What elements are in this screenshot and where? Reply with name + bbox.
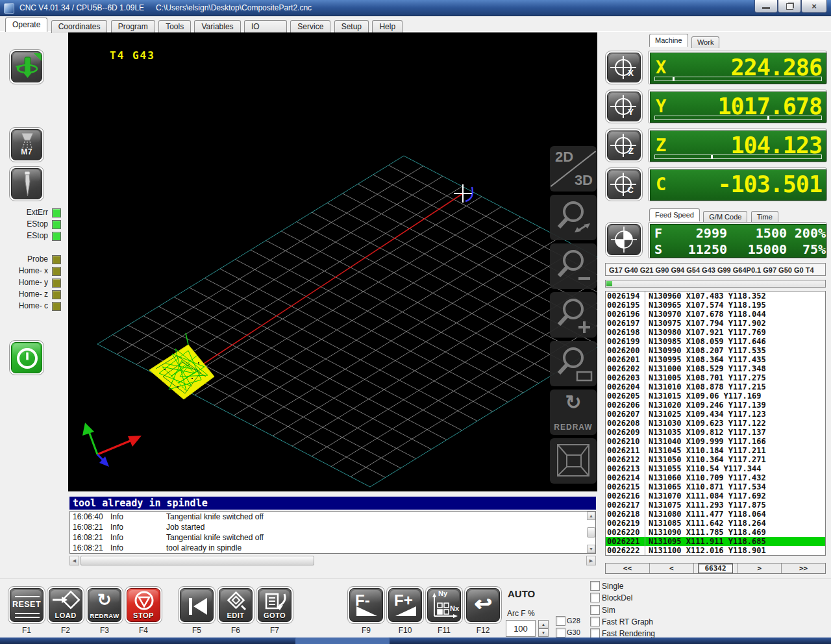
restore-button[interactable]: [778, 0, 801, 13]
gcode-row[interactable]: 0026204N131010 X108.878 Y117.215: [606, 382, 825, 391]
gcode-row[interactable]: 0026210N131040 X109.999 Y117.166: [606, 437, 825, 446]
page-next-button[interactable]: >: [738, 564, 782, 573]
gcode-row[interactable]: 0026195N130965 X107.574 Y118.195: [606, 301, 825, 310]
close-button[interactable]: ×: [801, 0, 827, 13]
gcode-row[interactable]: 0026205N131015 X109.06 Y117.169: [606, 391, 825, 401]
gcode-row[interactable]: 0026208N131030 X109.623 Y117.122: [606, 419, 825, 428]
gcode-row[interactable]: 0026194N130960 X107.483 Y118.352: [606, 291, 825, 301]
gcode-row[interactable]: 0026214N131060 X110.709 Y117.432: [606, 473, 825, 482]
tab-setup[interactable]: Setup: [334, 20, 369, 33]
gcode-row[interactable]: 0026206N131020 X109.246 Y117.139: [606, 401, 825, 410]
single-checkbox[interactable]: [590, 581, 600, 591]
page-first-button[interactable]: <<: [606, 564, 650, 573]
gcode-row[interactable]: 0026200N130990 X108.207 Y117.535: [606, 346, 825, 355]
toolpath-3d-view[interactable]: T4 G43 2D 3D: [68, 32, 597, 491]
gcode-row[interactable]: 0026217N131075 X111.293 Y117.875: [606, 501, 825, 510]
goto-button[interactable]: GOTO: [256, 586, 293, 624]
log-hscroll-thumb[interactable]: [81, 556, 314, 565]
redraw-button[interactable]: ↻ REDRAW: [86, 586, 123, 624]
zoom-extents-button[interactable]: [550, 195, 597, 240]
feed-plus-button[interactable]: F+: [386, 586, 424, 624]
tab-gm-code[interactable]: G/M Code: [703, 211, 747, 223]
tab-tools[interactable]: Tools: [158, 20, 191, 33]
tab-program[interactable]: Program: [111, 20, 155, 33]
perspective-view-button[interactable]: [550, 438, 597, 484]
tab-time[interactable]: Time: [751, 211, 778, 223]
windows-taskbar[interactable]: [0, 638, 831, 644]
log-panel[interactable]: 16:06:40InfoTangential knife switched of…: [69, 511, 596, 554]
tab-io[interactable]: IO: [244, 20, 287, 33]
gcode-row[interactable]: 0026222N131100 X112.016 Y118.901: [606, 546, 825, 555]
gcode-row[interactable]: 0026213N131055 X110.54 Y117.344: [606, 464, 825, 473]
sim-checkbox[interactable]: [590, 605, 600, 615]
view-2d3d-button[interactable]: 2D 3D: [550, 146, 597, 192]
gcode-row[interactable]: 0026196N130970 X107.678 Y118.044: [606, 310, 825, 319]
tool-button[interactable]: [9, 166, 44, 201]
gcode-row[interactable]: 0026207N131025 X109.434 Y117.123: [606, 410, 825, 419]
fast-rt-graph-checkbox[interactable]: [590, 617, 600, 626]
gcode-row[interactable]: 0026212N131050 X110.364 Y117.271: [606, 455, 825, 464]
gcode-row[interactable]: 0026211N131045 X110.184 Y117.211: [606, 446, 825, 455]
spin-up[interactable]: ▲: [538, 620, 549, 628]
taskbar-app-button[interactable]: [295, 638, 390, 644]
gcode-row[interactable]: 0026209N131035 X109.812 Y117.137: [606, 428, 825, 437]
coolant-m7-button[interactable]: M7: [9, 127, 44, 162]
reset-button[interactable]: RESET: [8, 586, 45, 624]
titlebar[interactable]: CNC V4.01.34 / CPU5B--6D 1.09LE C:\Users…: [0, 0, 831, 16]
load-button[interactable]: LOAD: [47, 586, 84, 624]
tab-machine[interactable]: Machine: [649, 34, 688, 47]
gcode-row[interactable]: 0026202N131000 X108.529 Y117.348: [606, 364, 825, 373]
gcode-list[interactable]: 0026194N130960 X107.483 Y118.352 0026195…: [605, 291, 826, 556]
page-prev-button[interactable]: <: [650, 564, 694, 573]
tab-feed-speed[interactable]: Feed Speed: [649, 208, 700, 221]
gcode-row[interactable]: 0026199N130985 X108.059 Y117.646: [606, 337, 825, 346]
spindle-button[interactable]: [9, 49, 44, 84]
log-scroll-left[interactable]: ◀: [69, 556, 79, 565]
feed-reset-button[interactable]: [605, 222, 643, 257]
gcode-row[interactable]: 0026218N131080 X111.477 Y118.064: [606, 510, 825, 519]
log-scroll-thumb[interactable]: [587, 527, 595, 538]
gcode-row-current[interactable]: 0026221N131095 X111.911 Y118.685: [606, 537, 825, 546]
back-button[interactable]: ↩: [464, 586, 502, 624]
blockdel-checkbox[interactable]: [590, 593, 600, 602]
tab-variables[interactable]: Variables: [194, 20, 240, 33]
g30-checkbox[interactable]: [556, 628, 565, 638]
log-scroll-right[interactable]: ▶: [586, 556, 596, 565]
zoom-out-button[interactable]: [550, 243, 597, 289]
log-scroll-down[interactable]: ▼: [587, 545, 595, 553]
rewind-button[interactable]: [178, 586, 216, 624]
arc-f-input[interactable]: 100: [506, 620, 536, 637]
gcode-row[interactable]: 0026198N130980 X107.921 Y117.769: [606, 328, 825, 337]
g28-checkbox[interactable]: [556, 616, 565, 626]
tab-coordinates[interactable]: Coordinates: [51, 20, 108, 33]
gcode-row[interactable]: 0026197N130975 X107.794 Y117.902: [606, 319, 825, 328]
power-on-button[interactable]: [9, 340, 44, 375]
fast-rendering-checkbox[interactable]: [590, 628, 600, 638]
zero-c-button[interactable]: C: [605, 167, 643, 201]
redraw-view-button[interactable]: ↻ REDRAW: [550, 390, 597, 435]
zoom-window-button[interactable]: [550, 341, 597, 386]
zero-z-button[interactable]: Z: [605, 129, 643, 162]
nesting-button[interactable]: Ny Nx: [425, 586, 463, 624]
arc-f-spinner[interactable]: ▲ ▼: [538, 620, 549, 637]
gcode-row[interactable]: 0026219N131085 X111.642 Y118.264: [606, 519, 825, 528]
tab-help[interactable]: Help: [372, 20, 403, 33]
minimize-button[interactable]: [754, 0, 778, 13]
edit-button[interactable]: EDIT: [217, 586, 254, 624]
gcode-row[interactable]: 0026201N130995 X108.364 Y117.435: [606, 355, 825, 364]
spin-down[interactable]: ▼: [538, 628, 549, 637]
zoom-in-button[interactable]: [550, 292, 597, 338]
tab-service[interactable]: Service: [290, 20, 330, 33]
feed-minus-button[interactable]: F-: [347, 586, 385, 624]
gcode-row[interactable]: 0026215N131065 X110.871 Y117.534: [606, 482, 825, 491]
zero-x-button[interactable]: X: [605, 51, 643, 84]
gcode-row[interactable]: 0026203N131005 X108.701 Y117.275: [606, 373, 825, 382]
log-scroll-up[interactable]: ▲: [587, 512, 595, 520]
tab-work[interactable]: Work: [691, 36, 719, 48]
gcode-row[interactable]: 0026216N131070 X111.084 Y117.692: [606, 491, 825, 501]
gcode-row[interactable]: 0026220N131090 X111.785 Y118.469: [606, 528, 825, 537]
tab-operate[interactable]: Operate: [5, 18, 47, 32]
zero-y-button[interactable]: Y: [605, 90, 643, 123]
stop-button[interactable]: STOP: [125, 586, 162, 624]
page-last-button[interactable]: >>: [782, 564, 825, 573]
